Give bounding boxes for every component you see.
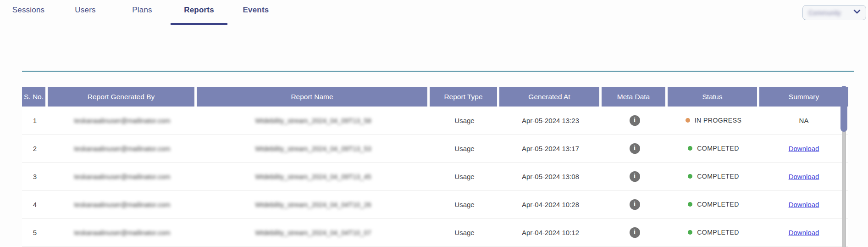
status-label: IN PROGRESS — [695, 117, 742, 124]
status-dot — [686, 118, 690, 123]
download-link[interactable]: Download — [789, 173, 819, 180]
blurred-email: teskanaalinuser@mailinator.com — [74, 201, 171, 208]
blurred-report-name: Wtdebility_stream_2024_04_09T13_53 — [255, 145, 371, 152]
status-label: COMPLETED — [697, 201, 739, 208]
download-link[interactable]: Download — [789, 145, 819, 152]
cell-sno: 1 — [22, 107, 48, 135]
cell-summary: Download — [759, 219, 848, 247]
tab-reports[interactable]: Reports — [171, 0, 227, 26]
cell-meta-data: i — [602, 163, 668, 191]
cell-report-name: Wtdebility_stream_2024_04_09T13_58 — [197, 107, 430, 135]
tab-sessions[interactable]: Sessions — [0, 0, 57, 26]
col-generated-at: Generated At — [499, 87, 602, 107]
cell-summary: Download — [759, 163, 848, 191]
cell-meta-data: i — [602, 219, 668, 247]
blurred-report-name: Wtdebility_stream_2024_04_04T10_07 — [255, 229, 371, 236]
cell-generated-at: Apr-04-2024 10:28 — [499, 191, 602, 219]
col-meta-data: Meta Data — [602, 87, 668, 107]
summary-na: NA — [799, 117, 809, 124]
cell-status: COMPLETED — [668, 219, 759, 247]
scrollbar-track[interactable] — [842, 129, 846, 247]
tab-plans[interactable]: Plans — [114, 0, 171, 26]
info-icon[interactable]: i — [630, 143, 640, 154]
tab-events[interactable]: Events — [227, 0, 284, 26]
tab-bar: Sessions Users Plans Reports Events — [0, 0, 868, 26]
cell-status: IN PROGRESS — [668, 107, 759, 135]
cell-summary: Download — [759, 191, 848, 219]
status-label: COMPLETED — [697, 229, 739, 236]
cell-meta-data: i — [602, 191, 668, 219]
cell-report-type: Usage — [430, 163, 499, 191]
blurred-report-name: Wtdebility_stream_2024_04_04T10_26 — [255, 201, 371, 208]
table-row: 5 teskanaalinuser@mailinator.com Wtdebil… — [22, 219, 848, 247]
cell-report-name: Wtdebility_stream_2024_04_09T13_53 — [197, 135, 430, 163]
cell-status: COMPLETED — [668, 135, 759, 163]
cell-generated-by: teskanaalinuser@mailinator.com — [48, 107, 197, 135]
blurred-report-name: Wtdebility_stream_2024_04_09T13_58 — [255, 117, 371, 124]
status-dot — [688, 146, 692, 151]
blurred-report-name: Wtdebility_stream_2024_04_09T13_45 — [255, 173, 371, 180]
col-status: Status — [668, 87, 759, 107]
account-dropdown[interactable]: Community — [802, 5, 866, 20]
blurred-email: teskanaalinuser@mailinator.com — [74, 173, 171, 180]
cell-sno: 5 — [22, 219, 48, 247]
info-icon[interactable]: i — [630, 115, 640, 126]
cell-generated-at: Apr-05-2024 13:17 — [499, 135, 602, 163]
vertical-scrollbar — [840, 86, 847, 247]
cell-sno: 3 — [22, 163, 48, 191]
download-link[interactable]: Download — [789, 229, 819, 236]
info-icon[interactable]: i — [630, 199, 640, 210]
scrollbar-thumb[interactable] — [840, 86, 847, 132]
table-row: 4 teskanaalinuser@mailinator.com Wtdebil… — [22, 191, 848, 219]
cell-generated-at: Apr-05-2024 13:08 — [499, 163, 602, 191]
status-dot — [688, 174, 692, 179]
cell-generated-by: teskanaalinuser@mailinator.com — [48, 191, 197, 219]
cell-sno: 2 — [22, 135, 48, 163]
cell-generated-by: teskanaalinuser@mailinator.com — [48, 135, 197, 163]
cell-summary: NA — [759, 107, 848, 135]
cell-generated-at: Apr-04-2024 10:12 — [499, 219, 602, 247]
cell-status: COMPLETED — [668, 163, 759, 191]
blurred-email: teskanaalinuser@mailinator.com — [74, 229, 171, 236]
status-label: COMPLETED — [697, 145, 739, 152]
col-sno: S. No. — [22, 87, 48, 107]
section-divider — [22, 71, 854, 72]
table-row: 2 teskanaalinuser@mailinator.com Wtdebil… — [22, 135, 848, 163]
cell-report-name: Wtdebility_stream_2024_04_04T10_07 — [197, 219, 430, 247]
cell-report-name: Wtdebility_stream_2024_04_04T10_26 — [197, 191, 430, 219]
cell-status: COMPLETED — [668, 191, 759, 219]
info-icon[interactable]: i — [630, 171, 640, 182]
status-dot — [688, 230, 692, 235]
table-row: 1 teskanaalinuser@mailinator.com Wtdebil… — [22, 107, 848, 135]
table-header: S. No. Report Generated By Report Name R… — [22, 87, 848, 107]
cell-meta-data: i — [602, 107, 668, 135]
cell-report-type: Usage — [430, 219, 499, 247]
table-row: 3 teskanaalinuser@mailinator.com Wtdebil… — [22, 163, 848, 191]
cell-sno: 4 — [22, 191, 48, 219]
download-link[interactable]: Download — [789, 201, 819, 208]
col-summary: Summary — [759, 87, 848, 107]
col-report-name: Report Name — [197, 87, 430, 107]
chevron-down-icon — [853, 9, 861, 17]
cell-report-type: Usage — [430, 107, 499, 135]
col-report-generated-by: Report Generated By — [48, 87, 197, 107]
status-dot — [688, 202, 692, 207]
cell-report-type: Usage — [430, 135, 499, 163]
blurred-email: teskanaalinuser@mailinator.com — [74, 117, 171, 124]
cell-generated-by: teskanaalinuser@mailinator.com — [48, 163, 197, 191]
cell-meta-data: i — [602, 135, 668, 163]
reports-table: S. No. Report Generated By Report Name R… — [22, 87, 848, 247]
cell-generated-at: Apr-05-2024 13:23 — [499, 107, 602, 135]
info-icon[interactable]: i — [630, 227, 640, 238]
blurred-email: teskanaalinuser@mailinator.com — [74, 145, 171, 152]
cell-report-type: Usage — [430, 191, 499, 219]
cell-report-name: Wtdebility_stream_2024_04_09T13_45 — [197, 163, 430, 191]
cell-summary: Download — [759, 135, 848, 163]
account-dropdown-value: Community — [808, 9, 841, 17]
col-report-type: Report Type — [430, 87, 499, 107]
status-label: COMPLETED — [697, 173, 739, 180]
cell-generated-by: teskanaalinuser@mailinator.com — [48, 219, 197, 247]
tab-users[interactable]: Users — [57, 0, 114, 26]
